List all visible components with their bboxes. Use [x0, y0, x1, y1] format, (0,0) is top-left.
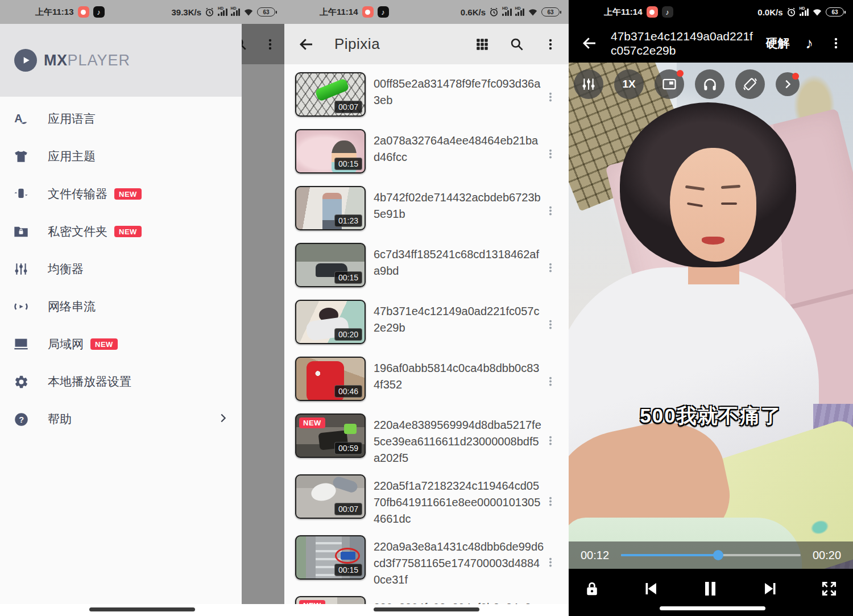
- drawer-item-file-transfer[interactable]: 文件传输器 NEW: [0, 175, 242, 213]
- duration-badge: 00:07: [334, 101, 362, 113]
- clock-time: 上午11:14: [320, 7, 358, 18]
- file-overflow-button[interactable]: [545, 205, 556, 219]
- video-list-item[interactable]: 00:15 220a9a3e8a1431c48dbb6de99d6cd3f775…: [284, 534, 569, 595]
- video-thumbnail: 00:46: [295, 357, 366, 401]
- drawer-item-equalizer[interactable]: 均衡器: [0, 250, 242, 288]
- duration-badge: 00:07: [334, 503, 362, 515]
- drawer-item-label: 网络串流: [48, 299, 96, 315]
- video-filename: 00ff85e2a831478f9fe7fc093d36a3eb: [374, 76, 544, 109]
- file-overflow-button[interactable]: [545, 319, 556, 333]
- dimmed-backdrop[interactable]: [242, 24, 284, 604]
- video-thumbnail: NEW: [295, 596, 366, 604]
- douyin-icon: ♪: [662, 6, 673, 18]
- drawer-item-help[interactable]: ? 帮助: [0, 400, 242, 438]
- drawer-item-network-stream[interactable]: 网络串流: [0, 288, 242, 325]
- video-filename: 220a4e8389569994d8dba5217fe5ce39ea611661…: [374, 417, 544, 466]
- duration-badge: 00:15: [334, 564, 362, 576]
- battery-icon: 63: [541, 7, 560, 16]
- theme-tshirt-icon: [13, 148, 30, 165]
- drawer-item-app-theme[interactable]: 应用主题: [0, 138, 242, 175]
- pause-button[interactable]: [700, 578, 721, 599]
- rotate-screen-button[interactable]: [735, 69, 765, 99]
- douyin-icon: ♪: [93, 6, 105, 18]
- previous-button[interactable]: [641, 579, 660, 598]
- video-list-item[interactable]: 00:15 6c7d34ff185241c68cd1318462afa9bd: [284, 242, 569, 299]
- drawer-item-label: 文件传输器: [48, 186, 107, 202]
- video-list-item[interactable]: 00:07 220a5f1a72182324c119464cd0570fb641…: [284, 473, 569, 534]
- network-stream-icon: [13, 298, 30, 315]
- mobile-signal2-icon: HD: [515, 8, 525, 16]
- file-overflow-button[interactable]: [545, 148, 556, 162]
- video-surface[interactable]: 1X 500我就不痛了 00:12: [569, 63, 853, 569]
- alarm-icon: [786, 7, 796, 17]
- pip-button[interactable]: [655, 69, 684, 99]
- battery-icon: 63: [257, 7, 275, 16]
- screen: 上午11:13 ♪ 39.3K/s HD HD 63 MXPLAYER: [0, 0, 853, 616]
- video-list-item[interactable]: 00:46 196af0abb5814c0ca4b8dbb0c834f352: [284, 355, 569, 412]
- search-button[interactable]: [509, 36, 524, 52]
- file-overflow-button[interactable]: [545, 92, 556, 105]
- headphones-button[interactable]: [695, 69, 724, 99]
- clock-time: 上午11:14: [604, 7, 643, 18]
- new-badge: NEW: [114, 226, 142, 237]
- seek-slider[interactable]: [621, 554, 801, 556]
- overflow-menu-button[interactable]: [544, 38, 557, 51]
- file-overflow-button[interactable]: [545, 495, 556, 509]
- file-overflow-button[interactable]: [545, 376, 556, 390]
- video-list-item[interactable]: 01:23 4b742f02de714432acbdeb6723b5e91b: [284, 185, 569, 242]
- fullscreen-button[interactable]: [820, 580, 838, 598]
- back-button[interactable]: [298, 36, 315, 53]
- playback-speed-button[interactable]: 1X: [614, 69, 644, 99]
- back-button[interactable]: [581, 35, 598, 52]
- next-button[interactable]: [761, 579, 780, 598]
- net-speed: 0.0K/s: [757, 7, 782, 17]
- recording-indicator-icon: [78, 6, 89, 18]
- video-list-item[interactable]: 00:07 00ff85e2a831478f9fe7fc093d36a3eb: [284, 71, 569, 128]
- more-controls-button[interactable]: [776, 72, 800, 96]
- video-list-item[interactable]: NEW 220a3804fc03a394af0b8a84e2: [284, 595, 569, 604]
- recording-indicator-icon: [647, 6, 658, 18]
- overflow-menu-icon: [263, 38, 277, 53]
- drawer-item-label: 应用主题: [48, 148, 96, 164]
- alarm-icon: [205, 7, 214, 17]
- video-thumbnail: 00:15: [295, 243, 366, 287]
- video-filename: 4b742f02de714432acbdeb6723b5e91b: [374, 189, 544, 222]
- hw-decode-button[interactable]: 硬解: [766, 35, 790, 51]
- video-list-item[interactable]: NEW00:59 220a4e8389569994d8dba5217fe5ce3…: [284, 412, 569, 473]
- home-indicator[interactable]: [660, 606, 765, 610]
- status-bar: 上午11:14 ♪ 0.6K/s HD HD 63: [284, 0, 569, 24]
- wifi-icon: [528, 8, 538, 16]
- drawer-item-label: 均衡器: [48, 261, 84, 277]
- clock-time: 上午11:13: [35, 7, 74, 18]
- video-list-item[interactable]: 00:15 2a078a32764a4ee48464eb21bad46fcc: [284, 128, 569, 185]
- svg-text:?: ?: [19, 415, 24, 424]
- file-overflow-button[interactable]: [545, 435, 556, 448]
- video-filename: 196af0abb5814c0ca4b8dbb0c834f352: [374, 360, 544, 393]
- total-time: 00:20: [801, 549, 853, 562]
- gear-icon: [13, 373, 30, 390]
- equalizer-button[interactable]: [574, 69, 603, 99]
- notification-dot: [792, 73, 799, 80]
- home-indicator[interactable]: [374, 607, 479, 611]
- drawer-item-local-player-settings[interactable]: 本地播放器设置: [0, 363, 242, 400]
- video-list-item[interactable]: 00:20 47b371e4c12149a0ad221fc057c2e29b: [284, 299, 569, 355]
- seek-thumb[interactable]: [713, 550, 723, 560]
- status-bar: 上午11:13 ♪ 39.3K/s HD HD 63: [0, 0, 284, 24]
- video-filename: 47b371e4c12149a0ad221fc057c2e29b: [374, 303, 544, 336]
- grid-view-button[interactable]: [475, 37, 490, 52]
- audio-track-button[interactable]: ♪: [806, 36, 814, 51]
- new-badge: NEW: [90, 338, 118, 350]
- video-thumbnail: 00:15: [295, 535, 366, 580]
- notification-dot: [677, 70, 684, 77]
- lock-button[interactable]: [583, 580, 601, 597]
- drawer-item-app-language[interactable]: A 应用语言: [0, 100, 242, 138]
- home-indicator[interactable]: [89, 607, 195, 611]
- file-overflow-button[interactable]: [545, 262, 556, 276]
- player-quick-controls: 1X: [569, 69, 853, 99]
- drawer-item-private-folder[interactable]: 私密文件夹 NEW: [0, 213, 242, 250]
- drawer-item-lan[interactable]: 局域网 NEW: [0, 325, 242, 363]
- file-overflow-button[interactable]: [545, 556, 556, 570]
- drawer-menu: A 应用语言 应用主题 文件传输器 N: [0, 97, 242, 438]
- player-overflow-button[interactable]: [829, 36, 843, 50]
- net-speed: 0.6K/s: [461, 7, 486, 17]
